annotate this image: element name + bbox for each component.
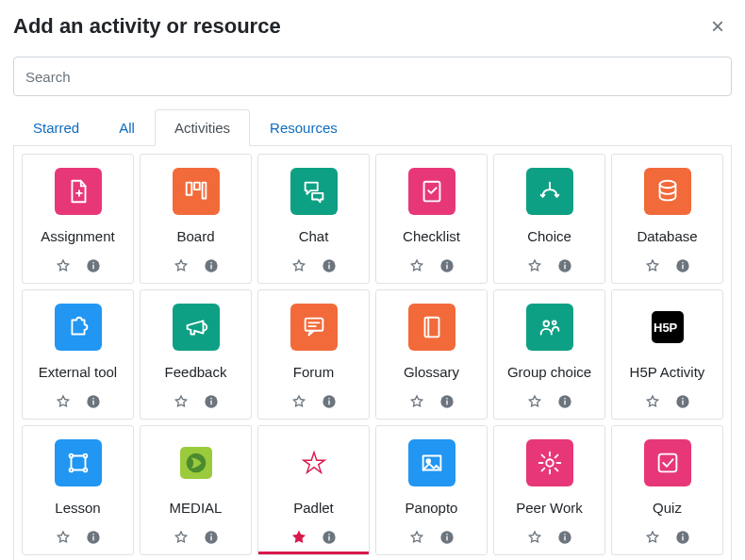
groupchoice-icon (526, 304, 573, 351)
info-icon[interactable] (675, 530, 690, 545)
activity-label: H5P Activity (618, 364, 717, 383)
activity-card-checklist[interactable]: Checklist (375, 154, 488, 284)
activity-label: Quiz (618, 500, 717, 519)
info-icon[interactable] (557, 394, 572, 409)
star-icon[interactable] (291, 394, 306, 409)
star-icon[interactable] (174, 394, 189, 409)
tab-resources[interactable]: Resources (250, 109, 357, 146)
activity-card-board[interactable]: Board (140, 154, 252, 284)
svg-text:H5P: H5P (654, 321, 678, 335)
activity-card-h5p[interactable]: H5P H5P Activity (611, 289, 723, 420)
activity-card-choice[interactable]: Choice (493, 154, 605, 284)
svg-rect-8 (210, 262, 211, 263)
activity-card-panopto[interactable]: Panopto (375, 425, 488, 555)
star-icon[interactable] (527, 530, 542, 545)
info-icon[interactable] (439, 258, 455, 273)
star-icon[interactable] (174, 258, 189, 273)
activity-card-peerwork[interactable]: Peer Work (493, 425, 605, 555)
search-input[interactable] (13, 57, 732, 96)
star-icon[interactable] (645, 394, 660, 409)
info-icon[interactable] (675, 394, 690, 409)
tab-activities[interactable]: Activities (155, 109, 250, 146)
svg-rect-56 (210, 534, 211, 535)
info-icon[interactable] (322, 394, 337, 409)
close-button[interactable]: × (707, 13, 728, 40)
activity-card-chat[interactable]: Chat (257, 154, 370, 284)
svg-rect-29 (305, 319, 323, 331)
activity-label: Forum (264, 364, 363, 383)
svg-rect-52 (92, 534, 93, 535)
star-icon[interactable] (56, 394, 71, 409)
tab-starred[interactable]: Starred (13, 109, 99, 146)
info-icon[interactable] (557, 530, 572, 545)
svg-rect-3 (186, 183, 191, 195)
svg-rect-63 (446, 536, 447, 541)
activity-label: Glossary (382, 364, 481, 383)
activity-card-padlet[interactable]: Padlet (257, 425, 370, 555)
svg-rect-45 (682, 398, 683, 399)
activity-card-lesson[interactable]: Lesson (22, 425, 134, 555)
info-icon[interactable] (204, 530, 219, 545)
svg-rect-41 (564, 398, 565, 399)
activity-card-database[interactable]: Database (611, 154, 723, 284)
lesson-icon (55, 439, 102, 486)
activity-card-glossary[interactable]: Glossary (375, 289, 488, 420)
info-icon[interactable] (322, 530, 337, 545)
star-icon[interactable] (409, 530, 424, 545)
database-icon (644, 168, 691, 215)
info-icon[interactable] (439, 394, 455, 409)
star-icon[interactable] (409, 258, 424, 273)
svg-rect-51 (92, 536, 93, 541)
star-icon[interactable] (645, 530, 660, 545)
card-actions (382, 258, 481, 273)
info-icon[interactable] (86, 258, 101, 273)
info-icon[interactable] (86, 394, 101, 409)
info-icon[interactable] (86, 530, 101, 545)
tabs: Starred All Activities Resources (13, 109, 732, 146)
star-icon[interactable] (527, 258, 542, 273)
svg-rect-35 (446, 401, 447, 405)
assignment-icon (55, 168, 102, 215)
activity-card-medial[interactable]: MEDIAL (140, 425, 252, 555)
activity-card-forum[interactable]: Forum (257, 289, 370, 420)
activity-card-feedback[interactable]: Feedback (140, 289, 252, 420)
svg-rect-27 (210, 401, 211, 405)
star-icon[interactable] (174, 530, 189, 545)
activity-label: MEDIAL (146, 500, 245, 519)
star-icon[interactable] (291, 530, 306, 545)
info-icon[interactable] (675, 258, 690, 273)
activity-label: Assignment (28, 228, 127, 247)
medial-icon (180, 447, 212, 479)
activity-card-quiz[interactable]: Quiz (611, 425, 723, 555)
info-icon[interactable] (204, 394, 219, 409)
star-icon[interactable] (645, 258, 660, 273)
search-wrap (13, 57, 732, 96)
activity-label: Group choice (500, 364, 599, 383)
star-icon[interactable] (56, 530, 71, 545)
activity-card-assignment[interactable]: Assignment (22, 154, 134, 284)
star-icon[interactable] (527, 394, 542, 409)
svg-rect-67 (564, 536, 565, 541)
info-icon[interactable] (557, 258, 572, 273)
svg-rect-68 (564, 534, 565, 535)
svg-rect-64 (446, 534, 447, 535)
info-icon[interactable] (439, 530, 455, 545)
svg-rect-31 (328, 401, 329, 405)
svg-rect-11 (328, 262, 329, 263)
svg-rect-25 (92, 398, 93, 399)
activity-label: Choice (500, 228, 599, 247)
activity-card-externaltool[interactable]: External tool (22, 289, 134, 420)
info-icon[interactable] (322, 258, 337, 273)
tab-all[interactable]: All (99, 109, 155, 146)
info-icon[interactable] (204, 258, 219, 273)
svg-rect-28 (210, 398, 211, 399)
card-actions (500, 258, 599, 273)
star-icon[interactable] (409, 394, 424, 409)
svg-rect-2 (92, 262, 93, 263)
star-icon[interactable] (56, 258, 71, 273)
board-icon (173, 168, 220, 215)
activity-grid: Assignment Board Chat Checklist (22, 154, 723, 555)
activity-card-groupchoice[interactable]: Group choice (493, 289, 605, 420)
star-icon[interactable] (291, 258, 306, 273)
card-actions (618, 394, 717, 409)
